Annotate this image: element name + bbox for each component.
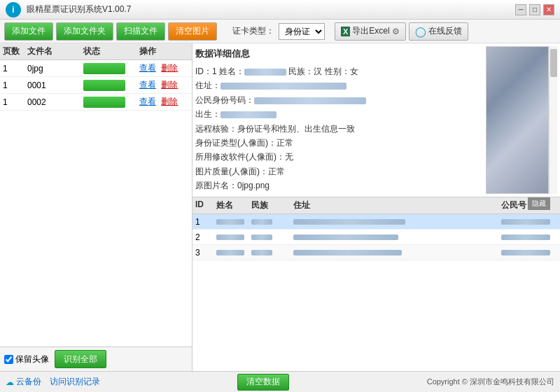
header-page: 页数 — [3, 46, 27, 57]
detail-datetime: 识别时间：2022.11.26 20:38 — [195, 193, 482, 194]
excel-settings-icon: ⚙ — [392, 27, 400, 36]
table-row[interactable]: 1 0002 查看 删除 — [0, 94, 192, 111]
photo-blur — [486, 47, 548, 193]
detail-original-name: 原图片名：0jpg.png — [195, 178, 482, 192]
title-left: i 眼精星票证识别系统V1.00.7 — [6, 2, 131, 18]
view-link-2[interactable]: 查看 — [139, 97, 156, 106]
detail-text: 数据详细信息 ID：1 姓名： 民族：汉 性别：女 住址： 公民身份号码： 出生… — [195, 46, 482, 194]
delete-link-2[interactable]: 删除 — [161, 97, 178, 106]
clear-image-button[interactable]: 清空图片 — [168, 22, 217, 41]
keep-face-label: 保留头像 — [15, 354, 49, 365]
card-type-select[interactable]: 身份证 护照 驾驶证 — [279, 23, 325, 40]
detail-idnum: 公民身份号码： — [195, 93, 482, 107]
cloud-backup-link[interactable]: ☁ 云备份 — [6, 376, 41, 388]
file-table-header: 页数 文件名 状态 操作 — [0, 43, 192, 60]
table-row[interactable]: 1 0jpg 查看 删除 — [0, 60, 192, 77]
cloud-icon: ☁ — [6, 377, 14, 387]
scroll-thumb[interactable] — [550, 49, 557, 77]
header-status: 状态 — [83, 46, 139, 57]
data-table-header: ID 姓名 民族 住址 公民号 — [192, 197, 560, 214]
table-body: 1 2 3 — [192, 214, 560, 371]
status-bar: ☁ 云备份 访问识别记录 清空数据 Copyright © 深圳市金鸣科技有限公… — [0, 371, 560, 392]
detail-id-name: ID：1 姓名： 民族：汉 性别：女 — [195, 64, 482, 78]
delete-link-0[interactable]: 删除 — [161, 63, 178, 73]
detail-id-type: 身份证类型(人像面)：正常 — [195, 136, 482, 150]
header-address: 住址 — [293, 200, 501, 211]
main-content: 页数 文件名 状态 操作 1 0jpg 查看 删除 1 0001 查看 — [0, 43, 560, 371]
detail-remote-verify: 远程核验：身份证号和性别、出生信息一致 — [195, 122, 482, 136]
scan-file-button[interactable]: 扫描文件 — [116, 22, 165, 41]
keep-face-checkbox[interactable] — [4, 355, 13, 364]
title-bar: i 眼精星票证识别系统V1.00.7 ─ □ ✕ — [0, 0, 560, 20]
feedback-icon: ◯ — [415, 26, 426, 37]
cloud-backup-label[interactable]: 云备份 — [16, 376, 41, 388]
recognize-all-button[interactable]: 识别全部 — [55, 350, 106, 368]
delete-link-1[interactable]: 删除 — [161, 80, 178, 90]
card-type-label: 证卡类型： — [232, 25, 274, 37]
toolbar: 添加文件 添加文件夹 扫描文件 清空图片 证卡类型： 身份证 护照 驾驶证 X … — [0, 20, 560, 43]
clear-data-button[interactable]: 清空数据 — [237, 374, 289, 391]
header-id: ID — [195, 200, 216, 211]
table-section: ID 姓名 民族 住址 公民号 隐藏 1 2 — [192, 197, 560, 371]
window-controls: ─ □ ✕ — [515, 4, 554, 15]
right-panel: 数据详细信息 ID：1 姓名： 民族：汉 性别：女 住址： 公民身份号码： 出生… — [192, 43, 560, 371]
header-tname: 姓名 — [216, 200, 251, 211]
detail-section: 数据详细信息 ID：1 姓名： 民族：汉 性别：女 住址： 公民身份号码： 出生… — [192, 43, 560, 197]
detail-address: 住址： — [195, 78, 482, 92]
detail-scrollbar[interactable] — [549, 46, 557, 194]
detail-photo — [486, 46, 549, 194]
header-name: 文件名 — [27, 46, 83, 57]
status-center: 清空数据 — [237, 374, 289, 391]
detail-birth: 出生： — [195, 107, 482, 121]
add-folder-button[interactable]: 添加文件夹 — [56, 22, 113, 41]
view-link-0[interactable]: 查看 — [139, 63, 156, 73]
copyright: Copyright © 深圳市金鸣科技有限公司 — [427, 377, 554, 387]
left-panel: 页数 文件名 状态 操作 1 0jpg 查看 删除 1 0001 查看 — [0, 43, 192, 371]
header-ethnicity: 民族 — [251, 200, 293, 211]
feedback-button[interactable]: ◯ 在线反馈 — [409, 22, 468, 41]
status-left: ☁ 云备份 访问识别记录 — [6, 376, 100, 388]
excel-icon: X — [341, 27, 350, 36]
maximize-button[interactable]: □ — [529, 4, 540, 15]
export-excel-button[interactable]: X 导出Excel ⚙ — [335, 22, 406, 41]
app-title: 眼精星票证识别系统V1.00.7 — [27, 4, 131, 15]
minimize-button[interactable]: ─ — [515, 4, 526, 15]
add-file-button[interactable]: 添加文件 — [4, 22, 53, 41]
left-panel-bottom: 保留头像 识别全部 — [0, 346, 192, 371]
header-action: 操作 — [139, 46, 189, 57]
detail-title: 数据详细信息 — [195, 46, 482, 62]
table-row[interactable]: 1 — [192, 214, 560, 230]
detail-image-quality: 图片质量(人像面)：正常 — [195, 164, 482, 178]
detail-software: 所用修改软件(人像面)：无 — [195, 150, 482, 164]
view-link-1[interactable]: 查看 — [139, 80, 156, 90]
visit-record-link[interactable]: 访问识别记录 — [50, 376, 100, 388]
close-button[interactable]: ✕ — [543, 4, 554, 15]
table-row[interactable]: 1 0001 查看 删除 — [0, 77, 192, 94]
file-table-body: 1 0jpg 查看 删除 1 0001 查看 删除 1 0002 — [0, 60, 192, 346]
collapse-button[interactable]: 隐藏 — [528, 197, 550, 210]
name-blurred — [244, 69, 286, 76]
info-icon: i — [6, 2, 21, 18]
keep-face-checkbox-label[interactable]: 保留头像 — [4, 354, 49, 365]
table-row[interactable]: 3 — [192, 245, 560, 260]
table-row[interactable]: 2 — [192, 230, 560, 245]
